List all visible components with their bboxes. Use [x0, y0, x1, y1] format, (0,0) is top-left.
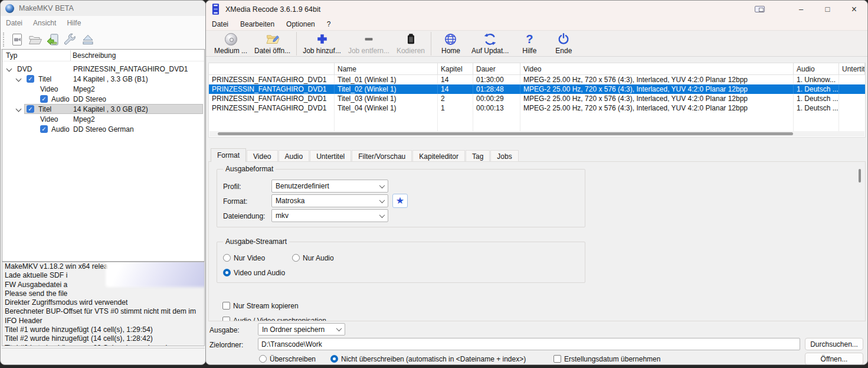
menu-hilfe[interactable]: ?: [321, 18, 337, 30]
profil-combobox[interactable]: Benutzerdefiniert: [271, 180, 388, 193]
av-sync-checkbox[interactable]: [222, 317, 230, 321]
column-header-kapitel[interactable]: Kapitel: [438, 63, 473, 75]
maximize-button[interactable]: □: [814, 1, 841, 18]
nur-stream-kopieren-label[interactable]: Nur Stream kopieren: [233, 302, 299, 310]
tab-audio[interactable]: Audio: [279, 150, 310, 162]
tree-header-beschreibung: Beschreibung: [73, 51, 116, 60]
nicht-ueberschreiben-label[interactable]: Nicht überschreiben (automatisch in <Dat…: [341, 355, 526, 363]
tree-row-titel-2-selected[interactable]: ✓ Titel 14 Kapitel , 3.0 GB (B2): [2, 104, 204, 114]
dateiendung-combobox[interactable]: mkv: [271, 209, 388, 222]
menu-datei[interactable]: Datei: [206, 18, 234, 30]
nicht-ueberschreiben-radio[interactable]: [330, 355, 338, 363]
chevron-down-icon[interactable]: [16, 76, 22, 82]
xmedia-titlebar[interactable]: XMedia Recode 3.6.1.9 64bit – □ ×: [206, 1, 867, 18]
chevron-down-icon[interactable]: [6, 66, 12, 72]
menu-optionen[interactable]: Optionen: [280, 18, 321, 30]
favorite-format-button[interactable]: ★: [392, 194, 408, 208]
tab-kapiteleditor[interactable]: Kapiteleditor: [412, 150, 465, 162]
durchsuchen-button[interactable]: Durchsuchen...: [805, 338, 863, 350]
menu-bearbeiten[interactable]: Bearbeiten: [234, 18, 280, 30]
tree-row-dvd[interactable]: DVD PRINZESSIN_FANTAGHIRO_DVD1: [2, 64, 204, 74]
hilfe-button[interactable]: ? Hilfe: [512, 31, 546, 57]
nur-stream-kopieren-checkbox[interactable]: [222, 302, 230, 310]
tree-row-video-2[interactable]: Video Mpeg2: [2, 114, 204, 124]
job-entfernen-button[interactable]: Job entfern...: [345, 31, 393, 57]
privacy-blur-overlay: [106, 262, 205, 287]
cell-name: Titel_03 (Winkel 1): [335, 94, 438, 103]
tab-jobs[interactable]: Jobs: [490, 150, 518, 162]
column-header-untertitel[interactable]: Untertitel: [839, 63, 865, 75]
log-line: Titel #1 wurde hinzugefügt (14 cell(s), …: [5, 325, 204, 334]
nur-video-label[interactable]: Nur Video: [234, 254, 265, 262]
nur-video-radio[interactable]: [223, 254, 231, 262]
chevron-down-icon[interactable]: [333, 324, 345, 335]
kodieren-button[interactable]: Kodieren: [393, 31, 428, 57]
ausgabe-combobox[interactable]: In Ordner speichern: [258, 323, 345, 336]
tree-row-audio-2[interactable]: ✓ Audio DD Stereo German: [2, 124, 204, 134]
backup-button[interactable]: [44, 32, 61, 47]
datei-oeffnen-button[interactable]: Datei öffn...: [251, 31, 294, 57]
column-header-video[interactable]: Video: [520, 63, 794, 75]
column-header-audio[interactable]: Audio: [794, 63, 839, 75]
video-und-audio-radio[interactable]: [223, 269, 231, 276]
chevron-down-icon[interactable]: [16, 106, 22, 112]
minimize-button[interactable]: –: [788, 1, 814, 18]
scrollbar-thumb[interactable]: [218, 132, 793, 135]
close-button[interactable]: ×: [841, 1, 867, 18]
open-files-button[interactable]: [26, 32, 44, 47]
menu-hilfe[interactable]: Hilfe: [61, 17, 86, 30]
tab-video[interactable]: Video: [247, 150, 277, 162]
job-row-3[interactable]: PRINZESSIN_FANTAGHIRO_DVD1 Titel_03 (Win…: [209, 94, 865, 103]
open-video-file-button[interactable]: [8, 32, 26, 47]
chevron-down-icon[interactable]: [376, 210, 388, 222]
makemkv-titlebar[interactable]: MakeMKV BETA: [1, 1, 205, 16]
column-header-dauer[interactable]: Dauer: [473, 63, 520, 75]
snap-layout-icon[interactable]: [746, 1, 773, 18]
av-sync-label[interactable]: Audio / Video synchronisation: [233, 317, 326, 321]
oeffnen-button[interactable]: Öffnen...: [805, 353, 863, 365]
checkbox-checked-icon[interactable]: ✓: [40, 95, 48, 103]
job-hinzufuegen-button[interactable]: Job hinzuf...: [299, 31, 345, 57]
erstellungsdatum-label[interactable]: Erstellungsdatum übernehmen: [564, 355, 660, 363]
ende-button[interactable]: Ende: [546, 31, 581, 57]
nur-audio-label[interactable]: Nur Audio: [303, 254, 334, 262]
tab-untertitel[interactable]: Untertitel: [310, 150, 351, 162]
horizontal-scrollbar[interactable]: [209, 131, 864, 136]
tree-row-video-1[interactable]: Video Mpeg2: [2, 84, 204, 94]
tab-filter-vorschau[interactable]: Filter/Vorschau: [352, 150, 412, 162]
chevron-down-icon[interactable]: [376, 195, 388, 207]
scrollbar-thumb[interactable]: [859, 169, 861, 183]
menu-datei[interactable]: Datei: [1, 17, 28, 30]
job-row-4[interactable]: PRINZESSIN_FANTAGHIRO_DVD1 Titel_04 (Win…: [209, 103, 865, 113]
vertical-scrollbar[interactable]: [858, 169, 862, 314]
home-button[interactable]: Home: [434, 31, 468, 57]
column-header-name[interactable]: Name: [335, 63, 438, 75]
xmedia-app-icon: [212, 4, 220, 15]
column-header-source[interactable]: [209, 63, 335, 75]
cell-untertitel: [839, 84, 865, 94]
job-row-2-selected[interactable]: PRINZESSIN_FANTAGHIRO_DVD1 Titel_02 (Win…: [209, 84, 865, 94]
format-label: Format:: [223, 197, 247, 206]
video-und-audio-label[interactable]: Video und Audio: [234, 269, 285, 277]
chevron-down-icon[interactable]: [376, 180, 388, 192]
eject-button[interactable]: [79, 32, 97, 47]
medium-oeffnen-button[interactable]: Medium ...: [211, 31, 251, 57]
tree-row-audio-1[interactable]: ✓ Audio DD Stereo: [2, 94, 204, 104]
makemkv-log[interactable]: MakeMKV v1.18.2 win x64 release gestarte…: [2, 262, 205, 346]
ueberschreiben-label[interactable]: Überschreiben: [270, 355, 316, 363]
nur-audio-radio[interactable]: [292, 254, 300, 262]
tree-row-titel-1[interactable]: ✓ Titel 14 Kapitel , 3.3 GB (B1): [2, 74, 204, 84]
job-row-1[interactable]: PRINZESSIN_FANTAGHIRO_DVD1 Titel_01 (Win…: [209, 75, 865, 84]
erstellungsdatum-checkbox[interactable]: [553, 355, 561, 363]
format-combobox[interactable]: Matroska: [271, 194, 388, 207]
checkbox-checked-icon[interactable]: ✓: [27, 105, 34, 113]
tab-format[interactable]: Format: [211, 148, 246, 162]
ueberschreiben-radio[interactable]: [259, 355, 267, 363]
auf-updates-pruefen-button[interactable]: Auf Updat...: [468, 31, 512, 57]
tab-tag[interactable]: Tag: [466, 150, 490, 162]
checkbox-checked-icon[interactable]: ✓: [27, 75, 34, 83]
zielordner-input[interactable]: [258, 338, 800, 350]
checkbox-checked-icon[interactable]: ✓: [40, 125, 48, 133]
settings-button[interactable]: [61, 32, 79, 47]
menu-ansicht[interactable]: Ansicht: [28, 17, 61, 30]
